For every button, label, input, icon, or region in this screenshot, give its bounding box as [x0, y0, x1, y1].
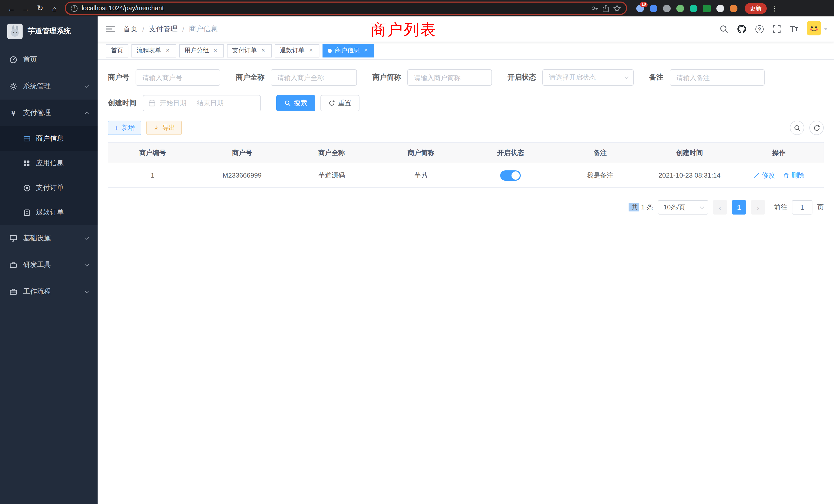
fullscreen-icon[interactable] [772, 25, 781, 33]
goto-page-input[interactable] [792, 200, 812, 214]
tab-user-group[interactable]: 用户分组 × [179, 44, 224, 57]
bookmark-star-icon[interactable] [613, 4, 621, 12]
cell-id: 1 [108, 163, 197, 188]
sidebar: 芋道管理系统 首页 系统管理 [0, 17, 97, 504]
reset-button-label: 重置 [338, 98, 351, 108]
extension-icon[interactable] [663, 4, 671, 12]
sidebar-collapse-icon[interactable] [97, 25, 123, 33]
sidebar-subitem-label: 退款订单 [36, 208, 64, 217]
create-time-label: 创建时间 [108, 98, 137, 108]
page-size-value: 10条/页 [663, 203, 685, 212]
sidebar-item-home[interactable]: 首页 [0, 46, 97, 73]
remark-input[interactable] [670, 69, 765, 86]
delete-link[interactable]: 删除 [783, 171, 805, 180]
tab-refund-order[interactable]: 退款订单 × [275, 44, 320, 57]
search-icon[interactable] [720, 25, 728, 33]
export-button[interactable]: 导出 [146, 121, 182, 135]
target-icon [23, 184, 31, 192]
page-size-select[interactable]: 10条/页 [658, 200, 708, 214]
status-toggle[interactable] [500, 170, 521, 180]
merchant-no-input[interactable] [136, 69, 220, 86]
page-number-button[interactable]: 1 [732, 200, 746, 214]
chevron-down-icon [85, 262, 89, 266]
toggle-search-button[interactable] [790, 121, 804, 135]
sidebar-item-label: 支付管理 [23, 108, 51, 117]
sidebar-item-workflow[interactable]: 工作流程 [0, 278, 97, 305]
sidebar-item-devtools[interactable]: 研发工具 [0, 251, 97, 278]
password-key-icon[interactable] [591, 5, 598, 12]
close-icon[interactable]: × [260, 47, 266, 54]
extension-icon[interactable] [676, 4, 684, 12]
tab-merchant-info[interactable]: 商户信息 × [323, 44, 374, 57]
sidebar-item-label: 首页 [23, 55, 37, 64]
breadcrumb-separator: / [182, 25, 184, 33]
sidebar-subitem-app-info[interactable]: 应用信息 [0, 151, 97, 176]
next-page-button[interactable]: › [751, 200, 765, 214]
close-icon[interactable]: × [363, 47, 369, 54]
status-select[interactable]: 请选择开启状态 [542, 69, 634, 86]
sidebar-subitem-refund-order[interactable]: 退款订单 [0, 200, 97, 225]
merchant-short-input[interactable] [407, 69, 492, 86]
url-text[interactable]: localhost:1024/pay/merchant [82, 5, 587, 12]
extension-icon[interactable] [650, 4, 657, 12]
sidebar-menu: 首页 系统管理 ¥ 支付管理 [0, 46, 97, 305]
tags-view-bar: 首页 流程表单 × 用户分组 × 支付订单 × 退款订单 × [97, 42, 834, 60]
extension-icon[interactable] [730, 4, 738, 12]
sidebar-item-infrastructure[interactable]: 基础设施 [0, 225, 97, 251]
sidebar-item-payment[interactable]: ¥ 支付管理 [0, 99, 97, 126]
browser-home-icon[interactable]: ⌂ [48, 2, 61, 14]
sidebar-subitem-label: 应用信息 [36, 159, 64, 168]
plus-icon: + [114, 124, 118, 131]
screenshot-root: ← → ↻ ⌂ i localhost:1024/pay/merchant 10 [0, 0, 834, 504]
address-bar[interactable]: i localhost:1024/pay/merchant [65, 2, 627, 15]
browser-reload-icon[interactable]: ↻ [34, 2, 46, 14]
breadcrumb-item[interactable]: 首页 [123, 24, 138, 33]
top-navbar: 首页 / 支付管理 / 商户信息 商户列表 ? [97, 17, 834, 42]
tab-label: 退款订单 [280, 46, 305, 55]
font-size-icon[interactable]: TT [790, 25, 798, 33]
prev-page-button[interactable]: ‹ [713, 200, 727, 214]
browser-forward-icon[interactable]: → [20, 2, 32, 14]
reset-button[interactable]: 重置 [321, 95, 359, 111]
merchant-name-input[interactable] [271, 69, 357, 86]
sidebar-subitem-merchant-info[interactable]: 商户信息 [0, 126, 97, 151]
share-icon[interactable] [602, 4, 609, 12]
chevron-down-icon [624, 75, 629, 79]
merchant-name-label: 商户全称 [236, 73, 264, 82]
sidebar-item-label: 系统管理 [23, 82, 51, 91]
browser-menu-icon[interactable]: ⋮ [769, 4, 780, 12]
add-button[interactable]: + 新增 [108, 121, 141, 135]
create-time-range-picker[interactable]: 开始日期 - 结束日期 [143, 95, 261, 111]
col-header-remark: 备注 [555, 142, 645, 163]
tab-home[interactable]: 首页 [106, 44, 128, 57]
close-icon[interactable]: × [212, 47, 219, 54]
extension-icon[interactable]: 10 [636, 4, 644, 12]
extension-icon[interactable] [717, 4, 724, 12]
tab-pay-order[interactable]: 支付订单 × [227, 44, 272, 57]
edit-icon [753, 172, 760, 178]
extension-icon[interactable] [703, 4, 711, 12]
edit-link[interactable]: 修改 [753, 171, 775, 180]
refresh-table-button[interactable] [809, 121, 824, 135]
search-button[interactable]: 搜索 [276, 95, 315, 111]
col-header-status: 开启状态 [466, 142, 555, 163]
close-icon[interactable]: × [308, 47, 314, 54]
col-header-name: 商户全称 [287, 142, 376, 163]
browser-update-button[interactable]: 更新 [745, 3, 767, 14]
extension-icon[interactable] [690, 4, 697, 12]
sidebar-subitem-pay-order[interactable]: 支付订单 [0, 176, 97, 200]
sidebar-item-system[interactable]: 系统管理 [0, 73, 97, 99]
filter-row-2: 创建时间 开始日期 - 结束日期 搜索 [108, 95, 824, 111]
add-button-label: 新增 [122, 123, 135, 132]
status-select-placeholder: 请选择开启状态 [549, 73, 596, 82]
close-icon[interactable]: × [164, 47, 171, 54]
github-icon[interactable] [737, 24, 747, 34]
tab-process-form[interactable]: 流程表单 × [131, 44, 176, 57]
breadcrumb-item[interactable]: 支付管理 [149, 24, 178, 33]
sidebar-logo[interactable]: 芋道管理系统 [0, 17, 97, 46]
user-menu[interactable] [807, 21, 828, 37]
browser-back-icon[interactable]: ← [5, 2, 18, 14]
help-icon[interactable]: ? [755, 25, 764, 33]
site-info-icon[interactable]: i [71, 5, 78, 12]
user-avatar [807, 21, 821, 37]
